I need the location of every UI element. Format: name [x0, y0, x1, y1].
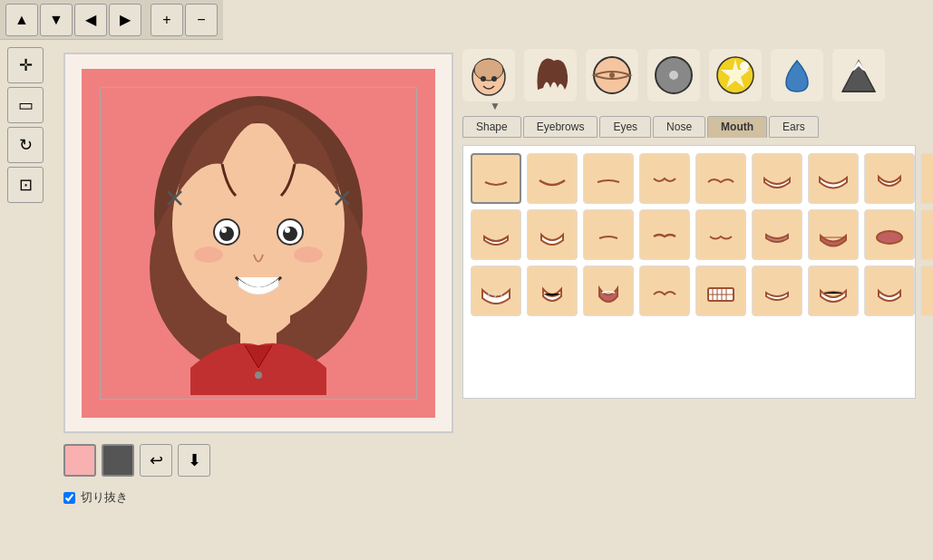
rect-tool-button[interactable]: ▭ [7, 87, 44, 123]
save-icon: ⬇ [188, 450, 201, 470]
svg-point-29 [877, 231, 902, 244]
scroll-down-button[interactable]: ▼ [40, 4, 73, 36]
mouth-item-17[interactable] [920, 209, 933, 260]
crop-label: 切り抜き [81, 489, 128, 506]
tab-row: Shape Eyebrows Eyes Nose Mouth Ears [462, 116, 916, 138]
rotate-icon: ↻ [19, 135, 33, 155]
mouth-item-11[interactable] [583, 209, 634, 260]
mouth-item-13[interactable] [695, 209, 746, 260]
mouth-item-10[interactable] [527, 209, 578, 260]
tab-eyes[interactable]: Eyes [599, 116, 651, 138]
svg-point-14 [294, 246, 323, 263]
svg-point-16 [255, 372, 262, 379]
canvas-background [82, 69, 435, 418]
right-panel: ▼ [453, 40, 925, 408]
crop-checkbox-row: 切り抜き [63, 489, 128, 506]
mouth-item-23[interactable] [752, 266, 802, 316]
mountain-svg-icon [837, 53, 880, 97]
zoom-out-button[interactable]: − [185, 4, 218, 36]
svg-point-11 [283, 227, 297, 241]
mouth-item-20[interactable] [583, 266, 634, 316]
stripe-icon-btn[interactable] [586, 49, 638, 101]
rotate-tool-button[interactable]: ↻ [7, 127, 44, 163]
mouth-item-19[interactable] [527, 266, 578, 316]
mouth-item-1[interactable] [527, 153, 578, 204]
svg-point-18 [474, 59, 503, 81]
mouth-item-8[interactable] [920, 153, 933, 204]
move-tool-button[interactable]: ✛ [7, 47, 44, 83]
rect-icon: ▭ [18, 95, 34, 115]
drop-icon-btn[interactable] [771, 49, 823, 101]
tab-mouth[interactable]: Mouth [707, 116, 767, 138]
hair-svg-icon [529, 53, 572, 97]
svg-point-26 [740, 62, 749, 71]
move-icon: ✛ [19, 55, 33, 75]
color-swatch-1[interactable] [63, 444, 96, 477]
color-swatch-2[interactable] [102, 444, 134, 477]
star-svg-icon [714, 53, 757, 97]
svg-point-8 [219, 227, 234, 241]
drop-svg-icon [775, 53, 819, 97]
mouth-item-22[interactable] [695, 266, 746, 316]
mouth-item-21[interactable] [639, 266, 690, 316]
save-button[interactable]: ⬇ [178, 444, 210, 477]
left-toolbar: ✛ ▭ ↻ ⊡ [0, 40, 51, 210]
mouth-grid [462, 145, 916, 399]
mouth-item-14[interactable] [752, 209, 802, 260]
undo-icon: ↩ [150, 450, 163, 470]
svg-point-20 [491, 76, 497, 82]
mouth-item-26[interactable] [920, 266, 933, 316]
mouth-item-18[interactable] [471, 266, 521, 316]
face-svg-icon [467, 53, 510, 97]
tab-ears[interactable]: Ears [769, 116, 819, 138]
hair-icon-btn[interactable] [524, 49, 577, 101]
tab-shape[interactable]: Shape [462, 116, 521, 138]
undo-button[interactable]: ↩ [140, 444, 172, 477]
mouth-item-16[interactable] [864, 209, 915, 260]
stripe-svg-icon [590, 53, 634, 97]
circle-svg-icon [652, 53, 695, 97]
scroll-right-button[interactable]: ▶ [109, 4, 141, 36]
mouth-item-24[interactable] [808, 266, 859, 316]
scroll-left-button[interactable]: ◀ [74, 4, 107, 36]
svg-point-9 [221, 227, 227, 233]
tab-nose[interactable]: Nose [653, 116, 705, 138]
mouth-item-5[interactable] [752, 153, 802, 204]
mouth-item-3[interactable] [639, 153, 690, 204]
face-illustration [118, 87, 399, 395]
star-icon-btn[interactable] [709, 49, 762, 101]
top-toolbar: ▲ ▼ ◀ ▶ + − [0, 0, 223, 40]
svg-point-12 [285, 227, 290, 233]
canvas-bottom-controls: ↩ ⬇ [63, 444, 210, 477]
mountain-icon-btn[interactable] [832, 49, 885, 101]
svg-point-19 [481, 76, 486, 82]
mouth-item-12[interactable] [639, 209, 690, 260]
mouth-item-7[interactable] [864, 153, 915, 204]
mouth-item-6[interactable] [808, 153, 859, 204]
crop-icon: ⊡ [19, 175, 33, 195]
tab-eyebrows[interactable]: Eyebrows [523, 116, 598, 138]
svg-point-22 [609, 72, 615, 78]
dropdown-arrow-icon: ▼ [490, 100, 501, 112]
face-icon-btn[interactable]: ▼ [462, 49, 515, 101]
zoom-in-button[interactable]: + [151, 4, 183, 36]
mouth-item-2[interactable] [583, 153, 634, 204]
mouth-item-15[interactable] [808, 209, 859, 260]
canvas-area [63, 53, 453, 433]
scroll-up-button[interactable]: ▲ [5, 4, 38, 36]
mouth-item-0[interactable] [471, 153, 521, 204]
crop-tool-button[interactable]: ⊡ [7, 167, 44, 203]
circle-icon-btn[interactable] [647, 49, 700, 101]
svg-point-24 [669, 71, 678, 80]
svg-point-13 [194, 246, 223, 263]
crop-checkbox[interactable] [63, 492, 75, 504]
mouth-item-25[interactable] [864, 266, 915, 316]
mouth-item-4[interactable] [695, 153, 746, 204]
character-icon-row: ▼ [462, 49, 916, 101]
mouth-item-9[interactable] [471, 209, 521, 260]
